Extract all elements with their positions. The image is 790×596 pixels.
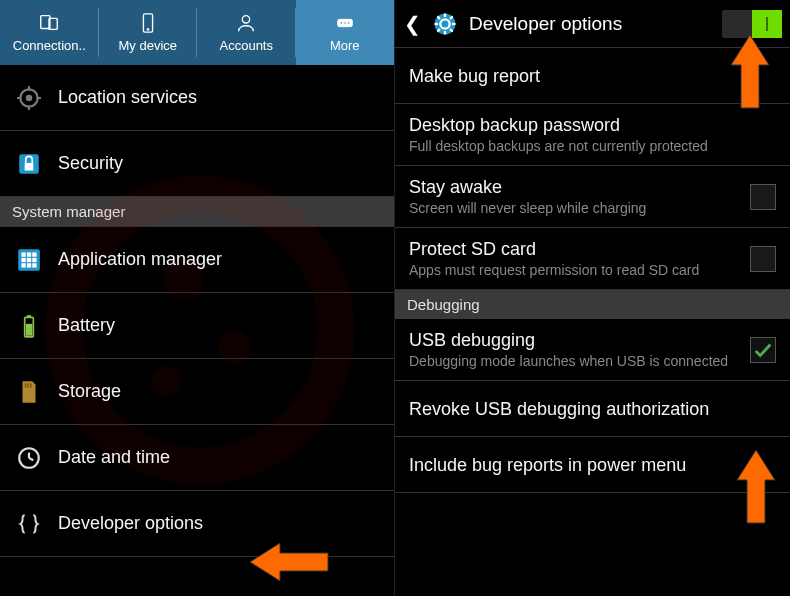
svg-point-10 <box>340 22 342 24</box>
svg-rect-25 <box>21 257 25 261</box>
svg-point-12 <box>347 22 349 24</box>
svg-marker-40 <box>250 543 328 581</box>
checkbox-usb-debugging[interactable] <box>750 337 776 363</box>
row-label: Developer options <box>58 513 203 534</box>
accounts-icon <box>235 12 257 34</box>
tab-more[interactable]: More <box>296 0 395 65</box>
tab-label: More <box>330 38 360 53</box>
tab-accounts[interactable]: Accounts <box>197 0 296 65</box>
svg-rect-22 <box>21 252 25 256</box>
opt-title: Protect SD card <box>409 238 740 260</box>
opt-title: Stay awake <box>409 176 740 198</box>
svg-rect-20 <box>25 162 34 170</box>
row-label: Location services <box>58 87 197 108</box>
opt-title: Include bug reports in power menu <box>409 454 776 476</box>
row-label: Application manager <box>58 249 222 270</box>
svg-point-11 <box>344 22 346 24</box>
svg-point-14 <box>26 94 33 101</box>
settings-tabs: Connection.. My device Accounts More <box>0 0 394 65</box>
security-icon <box>16 151 42 177</box>
tab-mydevice[interactable]: My device <box>99 0 198 65</box>
row-app-manager[interactable]: Application manager <box>0 227 394 293</box>
opt-subtitle: Screen will never sleep while charging <box>409 200 740 217</box>
svg-rect-23 <box>27 252 31 256</box>
svg-rect-36 <box>30 383 32 387</box>
page-title: Developer options <box>469 13 712 35</box>
device-icon <box>137 12 159 34</box>
row-developer-options[interactable]: Developer options <box>0 491 394 557</box>
tab-label: Connection.. <box>13 38 86 53</box>
dev-options-toggle[interactable] <box>722 10 782 38</box>
svg-rect-29 <box>27 263 31 267</box>
opt-subtitle: Apps must request permission to read SD … <box>409 262 740 279</box>
back-button[interactable]: ❮ <box>403 12 421 36</box>
section-system-manager: System manager <box>0 197 394 227</box>
svg-rect-34 <box>25 383 27 387</box>
more-icon <box>334 12 356 34</box>
opt-protect-sd[interactable]: Protect SD card Apps must request permis… <box>395 228 790 290</box>
svg-rect-35 <box>27 383 29 387</box>
svg-line-39 <box>29 458 33 460</box>
svg-marker-51 <box>731 35 769 108</box>
row-label: Storage <box>58 381 121 402</box>
row-location[interactable]: Location services <box>0 65 394 131</box>
opt-title: USB debugging <box>409 329 740 351</box>
svg-point-7 <box>147 29 149 31</box>
row-label: Security <box>58 153 123 174</box>
row-label: Date and time <box>58 447 170 468</box>
tab-connections[interactable]: Connection.. <box>0 0 99 65</box>
annotation-arrow-toggle <box>723 35 778 110</box>
row-security[interactable]: Security <box>0 131 394 197</box>
tab-label: My device <box>118 38 177 53</box>
checkbox-stay-awake[interactable] <box>750 184 776 210</box>
opt-subtitle: Debugging mode launches when USB is conn… <box>409 353 740 370</box>
connections-icon <box>38 12 60 34</box>
row-battery[interactable]: Battery <box>0 293 394 359</box>
svg-rect-27 <box>32 257 36 261</box>
svg-rect-32 <box>27 315 31 317</box>
opt-revoke-auth[interactable]: Revoke USB debugging authorization <box>395 381 790 437</box>
location-icon <box>16 85 42 111</box>
svg-rect-26 <box>27 257 31 261</box>
opt-title: Revoke USB debugging authorization <box>409 398 776 420</box>
opt-title: Make bug report <box>409 65 776 87</box>
opt-usb-debugging[interactable]: USB debugging Debugging mode launches wh… <box>395 319 790 381</box>
svg-rect-30 <box>32 263 36 267</box>
opt-subtitle: Full desktop backups are not currently p… <box>409 138 776 155</box>
svg-rect-28 <box>21 263 25 267</box>
svg-rect-33 <box>26 323 33 335</box>
checkbox-sd[interactable] <box>750 246 776 272</box>
annotation-arrow-usb <box>729 450 784 525</box>
battery-icon <box>16 313 42 339</box>
clock-icon <box>16 445 42 471</box>
opt-stay-awake[interactable]: Stay awake Screen will never sleep while… <box>395 166 790 228</box>
row-storage[interactable]: Storage <box>0 359 394 425</box>
settings-gear-icon <box>431 10 459 38</box>
svg-rect-24 <box>32 252 36 256</box>
svg-point-8 <box>243 16 250 23</box>
opt-backup-password[interactable]: Desktop backup password Full desktop bac… <box>395 104 790 166</box>
opt-title: Desktop backup password <box>409 114 776 136</box>
tab-label: Accounts <box>220 38 273 53</box>
row-label: Battery <box>58 315 115 336</box>
annotation-arrow-devopts <box>250 535 330 590</box>
braces-icon <box>16 511 42 537</box>
svg-marker-52 <box>737 450 775 523</box>
section-debugging: Debugging <box>395 290 790 319</box>
storage-icon <box>16 379 42 405</box>
row-datetime[interactable]: Date and time <box>0 425 394 491</box>
apps-icon <box>16 247 42 273</box>
